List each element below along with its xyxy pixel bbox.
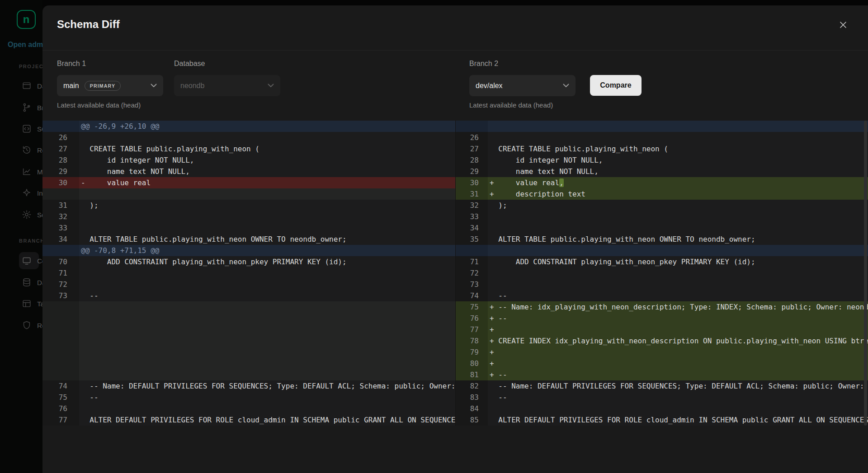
line-number: 78: [456, 335, 488, 347]
diff-context-row: 28 id integer NOT NULL,: [456, 155, 868, 166]
database-select-value: neondb: [180, 82, 204, 90]
code-line: ALTER DEFAULT PRIVILEGES FOR ROLE cloud_…: [79, 414, 455, 426]
code-line: [488, 222, 868, 234]
diff-sign: [81, 414, 90, 426]
chevron-down-icon: [268, 84, 274, 88]
diff-context-row: 29 name text NOT NULL,: [42, 166, 455, 177]
code-line: +--: [488, 313, 868, 324]
line-number: 32: [456, 200, 488, 211]
diff-added-row: 75+-- Name: idx_playing_with_neon_descri…: [456, 301, 868, 313]
diff-sign: [490, 403, 498, 414]
compare-button[interactable]: Compare: [590, 75, 642, 96]
diff-context-row: 32 );: [456, 200, 868, 211]
code-line: name text NOT NULL,: [79, 166, 455, 177]
code-line: ALTER DEFAULT PRIVILEGES FOR ROLE cloud_…: [488, 414, 868, 426]
line-number: 77: [42, 414, 79, 426]
code-line: [488, 211, 868, 222]
code-line: +--: [488, 369, 868, 380]
diff-added-row: 80+: [456, 358, 868, 369]
diff-context-row: 34 ALTER TABLE public.playing_with_neon …: [42, 234, 455, 245]
line-number: 76: [456, 313, 488, 324]
diff-sign: [490, 132, 498, 143]
diff-context-row: 75 --: [42, 392, 455, 403]
diff-filler-row: [42, 324, 455, 335]
branch1-select[interactable]: main PRIMARY: [57, 75, 163, 96]
code-line: CREATE TABLE public.playing_with_neon (: [79, 143, 455, 155]
diff-added-row: 79+: [456, 347, 868, 358]
diff-sign: [490, 392, 498, 403]
line-number: 73: [42, 290, 79, 301]
diff-sign: [490, 279, 498, 290]
diff-sign: +: [490, 347, 498, 358]
diff-added-row: 78+CREATE INDEX idx_playing_with_neon_de…: [456, 335, 868, 347]
code-line: [488, 121, 868, 132]
diff-context-row: 73 --: [42, 290, 455, 301]
diff-sign: [81, 234, 90, 245]
diff-context-row: 72: [42, 279, 455, 290]
line-number: [42, 188, 79, 200]
diff-sign: [490, 414, 498, 426]
line-number: 34: [42, 234, 79, 245]
close-button[interactable]: [836, 18, 850, 32]
diff-sign: [490, 143, 498, 155]
line-number: [42, 369, 79, 380]
branch2-select-value: dev/alex: [476, 82, 503, 90]
code-line: [79, 335, 455, 347]
diff-scrollbar[interactable]: [864, 121, 867, 426]
branch2-data-caption: Latest available data (head): [469, 101, 553, 109]
code-line: -- Name: DEFAULT PRIVILEGES FOR SEQUENCE…: [79, 380, 455, 392]
line-number: 31: [456, 188, 488, 200]
diff-pane-branch2: 26 27 CREATE TABLE public.playing_with_n…: [455, 121, 868, 426]
code-line: @@ -70,8 +71,15 @@: [79, 245, 455, 256]
diff-sign: [490, 166, 498, 177]
diff-context-row: 35 ALTER TABLE public.playing_with_neon …: [456, 234, 868, 245]
diff-added-row: 76+--: [456, 313, 868, 324]
branch2-select[interactable]: dev/alex: [469, 75, 576, 96]
diff-added-row: 30+ value real,: [456, 177, 868, 188]
code-line: [79, 347, 455, 358]
diff-filler-row: [42, 301, 455, 313]
database-select[interactable]: neondb: [174, 75, 280, 96]
database-label: Database: [174, 60, 205, 68]
code-line: --: [488, 290, 868, 301]
code-line: ADD CONSTRAINT playing_with_neon_pkey PR…: [488, 256, 868, 267]
code-line: );: [79, 200, 455, 211]
diff-pane-branch1: @@ -26,9 +26,10 @@26 27 CREATE TABLE pub…: [42, 121, 455, 426]
diff-context-row: 28 id integer NOT NULL,: [42, 155, 455, 166]
code-line: ALTER TABLE public.playing_with_neon OWN…: [79, 234, 455, 245]
line-number: 72: [42, 279, 79, 290]
code-line: [488, 245, 868, 256]
diff-sign: [490, 234, 498, 245]
code-line: id integer NOT NULL,: [79, 155, 455, 166]
code-line: [79, 358, 455, 369]
diff-context-row: 34: [456, 222, 868, 234]
diff-context-row: 82 -- Name: DEFAULT PRIVILEGES FOR SEQUE…: [456, 380, 868, 392]
code-line: [79, 301, 455, 313]
line-number: 70: [42, 256, 79, 267]
diff-context-row: 84: [456, 403, 868, 414]
diff-sign: +: [490, 324, 498, 335]
diff-sign: +: [490, 313, 498, 324]
code-line: + description text: [488, 188, 868, 200]
chevron-down-icon: [563, 84, 569, 88]
line-number: 34: [456, 222, 488, 234]
code-line: [79, 211, 455, 222]
diff-context-row: 33: [42, 222, 455, 234]
diff-context-row: 72: [456, 267, 868, 279]
modal-title: Schema Diff: [57, 18, 120, 31]
diff-deleted-row: 30- value real: [42, 177, 455, 188]
code-line: +-- Name: idx_playing_with_neon_descript…: [488, 301, 868, 313]
code-line: -- Name: DEFAULT PRIVILEGES FOR SEQUENCE…: [488, 380, 868, 392]
diff-sign: +: [490, 358, 498, 369]
diff-context-row: 70 ADD CONSTRAINT playing_with_neon_pkey…: [42, 256, 455, 267]
code-line: name text NOT NULL,: [488, 166, 868, 177]
line-number: [456, 121, 488, 132]
diff-sign: [81, 132, 90, 143]
branch2-label: Branch 2: [469, 60, 498, 68]
code-line: [79, 222, 455, 234]
diff-filler-row: [42, 335, 455, 347]
diff-filler-row: [42, 369, 455, 380]
diff-sign: +: [490, 188, 498, 200]
diff-context-row: 27 CREATE TABLE public.playing_with_neon…: [456, 143, 868, 155]
diff-added-row: 31+ description text: [456, 188, 868, 200]
